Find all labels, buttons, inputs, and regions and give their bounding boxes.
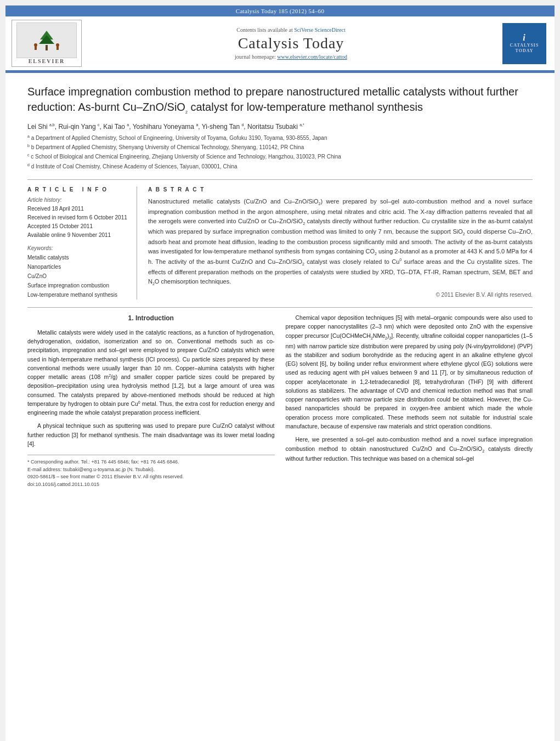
elsevier-logo: ELSEVIER bbox=[11, 20, 82, 67]
journal-citation-bar: Catalysis Today 185 (2012) 54–60 bbox=[5, 5, 555, 16]
accepted-date: Accepted 15 October 2011 bbox=[27, 222, 129, 231]
journal-header: ELSEVIER Contents lists available at Sci… bbox=[5, 16, 555, 71]
copyright-text: © 2011 Elsevier B.V. All rights reserved… bbox=[148, 292, 533, 298]
svg-rect-7 bbox=[56, 46, 59, 50]
svg-rect-1 bbox=[46, 45, 48, 50]
intro-para-2: A physical technique such as sputtering … bbox=[27, 421, 275, 448]
kw-3: Cu/ZnO bbox=[27, 271, 129, 281]
intro-para-1: Metallic catalysts were widely used in t… bbox=[27, 328, 275, 417]
affil-b: b b Department of Applied Chemistry, She… bbox=[27, 143, 533, 151]
sciverse-link[interactable]: SciVerse ScienceDirect bbox=[294, 27, 346, 33]
keywords-label: Keywords: bbox=[27, 245, 129, 251]
footnote-3: 0920-5861/$ – see front matter © 2011 El… bbox=[27, 473, 275, 481]
body-col-right: Chemical vapor deposition techniques [5]… bbox=[286, 313, 533, 488]
body-col-left: 1. Introduction Metallic catalysts were … bbox=[27, 313, 275, 488]
footnote-block: * Corresponding author. Tel.: +81 76 445… bbox=[27, 455, 275, 488]
elsevier-tree-image bbox=[16, 22, 77, 58]
intro-para-3: Chemical vapor deposition techniques [5]… bbox=[286, 313, 533, 431]
contents-text: Contents lists available at bbox=[236, 27, 294, 33]
article-history-block: Article history: Received 18 April 2011 … bbox=[27, 197, 129, 240]
info-abstract-section: A R T I C L E I N F O Article history: R… bbox=[27, 179, 533, 299]
page: Catalysis Today 185 (2012) 54–60 bbox=[5, 5, 555, 741]
kw-1: Metallic catalysts bbox=[27, 253, 129, 262]
keywords-list: Metallic catalysts Nanoparticles Cu/ZnO … bbox=[27, 253, 129, 299]
abstract-column: A B S T R A C T Nanostructured metallic … bbox=[148, 186, 533, 299]
affil-d: d d Institute of Coal Chemistry, Chinese… bbox=[27, 162, 533, 171]
kw-2: Nanoparticles bbox=[27, 262, 129, 271]
intro-para-4: Here, we presented a sol–gel auto-combus… bbox=[286, 435, 533, 463]
kw-5: Low-temperature methanol synthesis bbox=[27, 290, 129, 299]
footnote-1: * Corresponding author. Tel.: +81 76 445… bbox=[27, 459, 275, 466]
journal-homepage: journal homepage: www.elsevier.com/locat… bbox=[87, 54, 495, 60]
elsevier-wordmark: ELSEVIER bbox=[16, 58, 77, 64]
icat-icon-text: i bbox=[523, 33, 525, 43]
affil-c: c c School of Biological and Chemical En… bbox=[27, 152, 533, 161]
abstract-text: Nanostructured metallic catalysts (Cu/Zn… bbox=[148, 197, 533, 287]
online-date: Available online 9 November 2011 bbox=[27, 231, 129, 240]
article-info-column: A R T I C L E I N F O Article history: R… bbox=[27, 186, 137, 299]
keywords-block: Keywords: Metallic catalysts Nanoparticl… bbox=[27, 245, 129, 299]
body-separator bbox=[27, 307, 533, 308]
article-title: Surface impregnation combustion method t… bbox=[27, 84, 533, 115]
article-content: Surface impregnation combustion method t… bbox=[5, 73, 555, 499]
received-date: Received 18 April 2011 bbox=[27, 205, 129, 213]
catalysis-today-logo: i CATALYSISTODAY bbox=[500, 20, 549, 67]
journal-title: Catalysis Today bbox=[87, 35, 495, 52]
footnote-2: E-mail address: tsubaki@eng.u-toyama.ac.… bbox=[27, 466, 275, 474]
authors-line: Lei Shi a,b, Rui-qin Yang c, Kai Tao a, … bbox=[27, 123, 533, 131]
journal-center-info: Contents lists available at SciVerse Sci… bbox=[87, 20, 495, 67]
article-info-heading: A R T I C L E I N F O bbox=[27, 186, 129, 193]
kw-4: Surface impregnation combustion bbox=[27, 281, 129, 290]
svg-rect-5 bbox=[35, 46, 37, 50]
homepage-label: journal homepage: bbox=[235, 54, 277, 60]
sciverse-line: Contents lists available at SciVerse Sci… bbox=[87, 27, 495, 33]
history-label: Article history: bbox=[27, 197, 129, 203]
abstract-heading: A B S T R A C T bbox=[148, 186, 533, 193]
homepage-link[interactable]: www.elsevier.com/locate/cattod bbox=[277, 54, 347, 60]
icat-subtitle: CATALYSISTODAY bbox=[510, 43, 539, 54]
footnote-4: doi:10.1016/j.cattod.2011.10.015 bbox=[27, 481, 275, 489]
revised-date: Received in revised form 6 October 2011 bbox=[27, 213, 129, 222]
affiliations-block: a a Department of Applied Chemistry, Sch… bbox=[27, 134, 533, 171]
body-columns: 1. Introduction Metallic catalysts were … bbox=[27, 313, 533, 488]
intro-heading: 1. Introduction bbox=[27, 313, 275, 324]
affil-a: a a Department of Applied Chemistry, Sch… bbox=[27, 134, 533, 142]
citation-text: Catalysis Today 185 (2012) 54–60 bbox=[236, 8, 324, 14]
